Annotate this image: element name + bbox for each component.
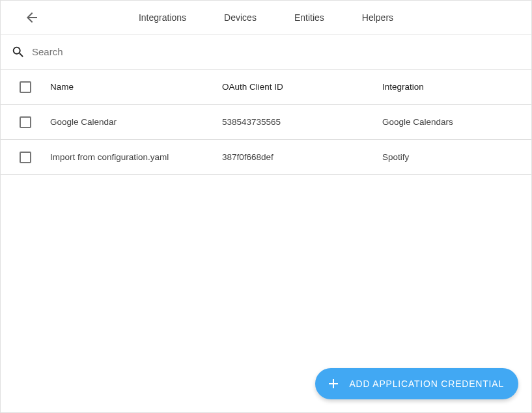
cell-name: Import from configuration.yaml xyxy=(50,152,222,162)
search-icon xyxy=(11,45,25,59)
column-header-name[interactable]: Name xyxy=(50,82,222,92)
plus-icon xyxy=(326,376,341,392)
add-application-credential-button[interactable]: ADD APPLICATION CREDENTIAL xyxy=(315,368,518,399)
top-bar: Integrations Devices Entities Helpers xyxy=(1,1,531,34)
fab-label: ADD APPLICATION CREDENTIAL xyxy=(349,379,504,389)
cell-integration: Google Calendars xyxy=(382,117,531,127)
tab-devices[interactable]: Devices xyxy=(224,2,257,33)
cell-oauth-client-id: 387f0f668def xyxy=(222,152,382,162)
row-checkbox[interactable] xyxy=(20,152,31,163)
tab-helpers[interactable]: Helpers xyxy=(362,2,393,33)
cell-name: Google Calendar xyxy=(50,117,222,127)
tab-integrations[interactable]: Integrations xyxy=(139,2,186,33)
tab-entities[interactable]: Entities xyxy=(294,2,324,33)
row-checkbox[interactable] xyxy=(20,116,31,128)
column-header-integration[interactable]: Integration xyxy=(382,82,531,92)
cell-oauth-client-id: 538543735565 xyxy=(222,117,382,127)
table-row[interactable]: Google Calendar 538543735565 Google Cale… xyxy=(1,105,531,140)
back-button[interactable] xyxy=(19,5,45,31)
select-all-checkbox[interactable] xyxy=(20,81,31,93)
search-input[interactable] xyxy=(32,46,531,57)
cell-integration: Spotify xyxy=(382,152,531,162)
table-header-row: Name OAuth Client ID Integration xyxy=(1,70,531,105)
arrow-left-icon xyxy=(24,10,40,25)
table-row[interactable]: Import from configuration.yaml 387f0f668… xyxy=(1,140,531,175)
search-bar xyxy=(1,34,531,70)
tab-bar: Integrations Devices Entities Helpers xyxy=(1,2,531,33)
column-header-oauth-client-id[interactable]: OAuth Client ID xyxy=(222,82,382,92)
